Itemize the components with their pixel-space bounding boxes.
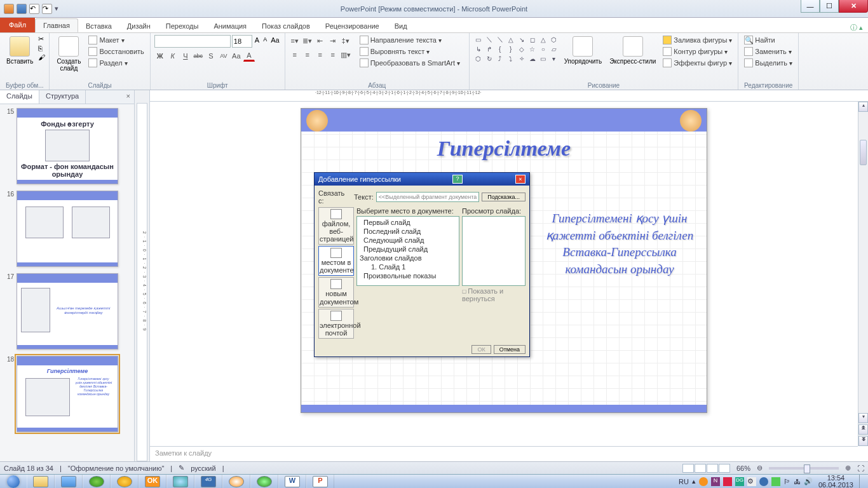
bullets-icon[interactable]: ≡▾	[289, 35, 301, 46]
fit-icon[interactable]: ⛶	[857, 464, 864, 472]
justify-icon[interactable]: ≡	[327, 49, 339, 60]
scroll-up-icon[interactable]: ▴	[858, 102, 868, 112]
dialog-close-icon[interactable]: ×	[515, 175, 526, 184]
tray-onenote-icon[interactable]: N	[711, 477, 720, 486]
copy-icon[interactable]: ⎘	[38, 44, 45, 52]
zoom-out-icon[interactable]: ⊖	[757, 464, 763, 472]
next-slide-icon[interactable]: ⯯	[858, 436, 868, 446]
start-button[interactable]	[0, 475, 27, 488]
tray-flag-icon[interactable]: 🏳	[783, 478, 790, 485]
thumb-15[interactable]: Фонды өзгертуФормат - фон командасын оры…	[17, 108, 118, 184]
bold-button[interactable]: Ж	[154, 50, 166, 62]
close-button[interactable]	[839, 0, 868, 13]
italic-button[interactable]: К	[167, 50, 179, 62]
align-right-icon[interactable]: ≡	[315, 49, 326, 60]
tab-view[interactable]: Вид	[387, 20, 415, 32]
sorter-view-icon[interactable]	[695, 464, 706, 473]
zoom-level[interactable]: 66%	[736, 464, 750, 472]
tray-dg-icon[interactable]: DG	[735, 477, 744, 486]
taskbtn-green[interactable]	[250, 475, 278, 488]
normal-view-icon[interactable]	[682, 464, 694, 473]
tab-transitions[interactable]: Переходы	[158, 20, 207, 32]
ok-button[interactable]: ОК	[471, 345, 491, 354]
tray-icon[interactable]	[723, 477, 732, 486]
thumb-row[interactable]: 17 Ашылған терезеде қажетті өзгерістерді…	[4, 273, 130, 349]
tray-4g-icon[interactable]	[759, 477, 768, 486]
tray-lang[interactable]: RU	[679, 478, 689, 485]
thumb-16[interactable]	[17, 191, 118, 267]
linkto-email[interactable]: электронной почтой	[318, 309, 354, 339]
font-family-input[interactable]	[154, 35, 231, 48]
tab-slideshow[interactable]: Показ слайдов	[254, 20, 318, 32]
replace-button[interactable]: Заменить ▾	[742, 46, 794, 57]
thumb-17[interactable]: Ашылған терезеде қажетті өзгерістерді та…	[17, 273, 118, 349]
text-direction-button[interactable]: Направление текста ▾	[358, 35, 462, 45]
thumbnails-list[interactable]: 15 Фонды өзгертуФормат - фон командасын …	[0, 104, 134, 461]
tray-up-icon[interactable]: ▴	[692, 477, 696, 485]
format-painter-icon[interactable]: 🖌	[38, 53, 45, 61]
linkto-file[interactable]: файлом, веб- страницей	[318, 207, 354, 245]
panel-close-icon[interactable]: ×	[123, 90, 134, 104]
taskbtn-explorer[interactable]	[27, 475, 55, 488]
thumb-row[interactable]: 16	[4, 191, 130, 267]
dialog-help-icon[interactable]: ?	[452, 175, 463, 184]
shape-fill-button[interactable]: Заливка фигуры ▾	[661, 35, 734, 45]
show-return-checkbox[interactable]: ☐ Показать и вернуться	[462, 286, 526, 304]
tray-network-icon[interactable]: 🖧	[794, 478, 801, 485]
shrink-font-icon[interactable]: A	[262, 35, 268, 48]
strike-button[interactable]: abc	[193, 50, 204, 62]
indent-inc-icon[interactable]: ⇥	[327, 35, 339, 46]
language-status[interactable]: русский	[191, 464, 215, 472]
linkto-place[interactable]: местом в документе	[318, 246, 354, 276]
font-size-input[interactable]	[232, 35, 252, 48]
find-button[interactable]: 🔍Найти	[742, 35, 794, 45]
case-button[interactable]: Aa	[231, 50, 242, 62]
line-spacing-icon[interactable]: ‡▾	[340, 35, 351, 46]
underline-button[interactable]: Ч	[180, 50, 191, 62]
undo-icon[interactable]: ↶	[29, 4, 39, 14]
vertical-scrollbar[interactable]: ▴ ▾ ⯭ ⯯	[858, 102, 868, 446]
thumb-row[interactable]: 15 Фонды өзгертуФормат - фон командасын …	[4, 108, 130, 184]
tray-icon[interactable]	[771, 477, 780, 486]
notes-area[interactable]: Заметки к слайду	[150, 446, 858, 461]
redo-icon[interactable]: ↷	[42, 4, 52, 14]
tab-slides[interactable]: Слайды	[0, 90, 39, 104]
paste-button[interactable]: Вставить	[4, 35, 36, 66]
tray-clock[interactable]: 13:54 06.04.2013	[816, 475, 856, 489]
taskbtn-4g[interactable]: 4G	[194, 475, 222, 488]
shape-outline-button[interactable]: Контур фигуры ▾	[661, 46, 734, 57]
numbering-icon[interactable]: ≣▾	[302, 35, 313, 46]
slideshow-view-icon[interactable]	[719, 464, 730, 473]
linkto-new[interactable]: новым документом	[318, 277, 354, 307]
slide-canvas[interactable]: Гиперсілтеме Добавление гиперссылки ? × …	[301, 108, 707, 413]
tab-review[interactable]: Рецензирование	[318, 20, 387, 32]
qat-more-icon[interactable]: ▾	[55, 4, 58, 13]
grow-font-icon[interactable]: A	[254, 35, 261, 48]
spellcheck-icon[interactable]: ✎	[179, 464, 184, 472]
taskbtn-browser[interactable]	[111, 475, 139, 488]
zoom-in-icon[interactable]: ⊕	[845, 464, 851, 472]
smartart-button[interactable]: Преобразовать в SmartArt ▾	[358, 58, 462, 68]
thumb-18[interactable]: ГиперсілтемеГиперсілтемені қосу үшін қаж…	[17, 356, 118, 432]
scroll-thumb[interactable]	[860, 140, 867, 165]
save-icon[interactable]	[17, 4, 27, 14]
cancel-button[interactable]: Отмена	[494, 345, 526, 354]
tray-volume-icon[interactable]: 🔊	[804, 477, 813, 485]
cut-icon[interactable]: ✂	[38, 35, 45, 43]
thumb-row[interactable]: 18 ГиперсілтемеГиперсілтемені қосу үшін …	[4, 356, 130, 432]
hyperlink-text-input[interactable]	[376, 192, 479, 202]
section-button[interactable]: Раздел ▾	[86, 58, 146, 68]
reset-button[interactable]: Восстановить	[86, 46, 146, 57]
tab-outline[interactable]: Структура	[39, 90, 86, 104]
taskbtn-mail[interactable]	[83, 475, 111, 488]
tab-insert[interactable]: Вставка	[78, 20, 119, 32]
clear-format-icon[interactable]: Aa	[269, 35, 280, 48]
quick-styles-button[interactable]: Экспресс-стили	[607, 35, 658, 66]
taskbtn-powerpoint[interactable]: P	[306, 475, 334, 488]
align-center-icon[interactable]: ≡	[302, 49, 313, 60]
zoom-slider[interactable]	[769, 467, 839, 470]
taskbtn-wmp[interactable]	[222, 475, 250, 488]
spacing-button[interactable]: AV	[218, 50, 229, 62]
prev-slide-icon[interactable]: ⯭	[858, 424, 868, 435]
maximize-button[interactable]	[820, 0, 839, 13]
